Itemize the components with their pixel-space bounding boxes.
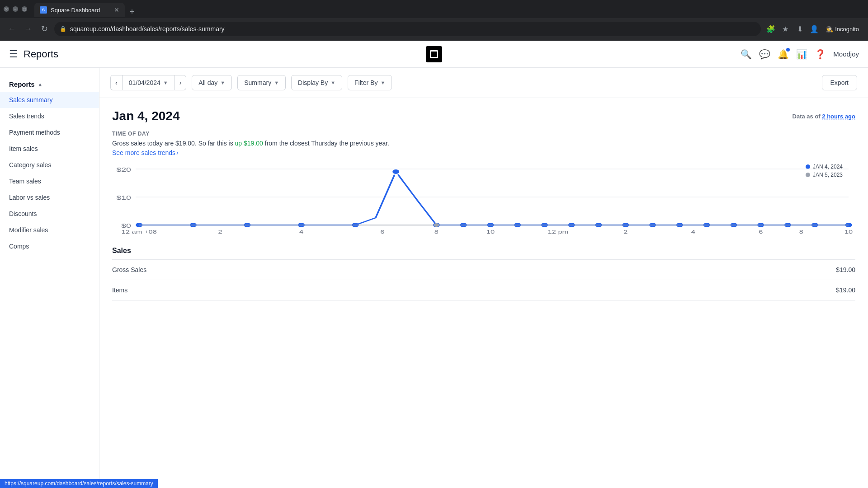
sidebar-item-comps[interactable]: Comps <box>0 238 99 254</box>
svg-text:$0: $0 <box>121 222 131 229</box>
export-button[interactable]: Export <box>822 75 857 90</box>
bookmark-button[interactable]: ★ <box>779 23 792 35</box>
user-menu-button[interactable]: Moodjoy <box>833 50 859 58</box>
see-more-trends-link[interactable]: See more sales trends › <box>112 149 179 156</box>
summary-filter-button[interactable]: Summary ▼ <box>237 75 286 90</box>
menu-button[interactable]: ☰ <box>9 48 18 60</box>
toolbar: ‹ 01/04/2024 ▼ › All day ▼ Summary ▼ Dis <box>99 68 868 98</box>
chart-desc-suffix: from the closest Thursday the previous y… <box>263 140 389 147</box>
sidebar-item-modifier-sales[interactable]: Modifier sales <box>0 222 99 238</box>
top-nav-actions: 🔍 💬 🔔 📊 ❓ Moodjoy <box>741 49 859 60</box>
notification-button[interactable]: 🔔 <box>778 49 789 60</box>
window-minimize-button[interactable]: − <box>13 6 18 12</box>
svg-text:10: 10 <box>844 229 853 235</box>
tab-close-button[interactable]: ✕ <box>114 6 119 14</box>
items-label: Items <box>112 286 127 294</box>
svg-text:6: 6 <box>380 229 384 235</box>
chevron-up-icon: ▲ <box>38 81 43 88</box>
profile-button[interactable]: 👤 <box>808 23 821 35</box>
window-close-button[interactable]: ✕ <box>4 6 9 12</box>
new-tab-button[interactable]: + <box>127 6 137 17</box>
sidebar-item-label: Category sales <box>9 161 51 169</box>
prev-date-button[interactable]: ‹ <box>110 75 122 90</box>
display-by-button[interactable]: Display By ▼ <box>291 75 342 90</box>
gross-sales-value: $19.00 <box>836 266 855 273</box>
filter-by-button[interactable]: Filter By ▼ <box>348 75 392 90</box>
page-date-row: Jan 4, 2024 Data as of 2 hours ago <box>112 109 855 123</box>
status-bar: https://squareup.com/dashboard/sales/rep… <box>0 479 158 488</box>
data-as-of: Data as of 2 hours ago <box>793 113 855 120</box>
sidebar-item-label: Payment methods <box>9 129 60 136</box>
address-bar-row: ← → ↻ 🔒 squareup.com/dashboard/sales/rep… <box>0 18 868 40</box>
window-maximize-button[interactable]: □ <box>22 6 27 12</box>
help-button[interactable]: ❓ <box>815 49 826 60</box>
svg-text:$10: $10 <box>116 194 131 201</box>
download-button[interactable]: ⬇ <box>793 23 806 35</box>
sidebar-item-label: Comps <box>9 243 29 250</box>
svg-text:4: 4 <box>299 229 303 235</box>
address-actions: 🧩 ★ ⬇ 👤 🕵️ Incognito <box>764 23 863 35</box>
notification-dot <box>786 48 790 52</box>
svg-text:8: 8 <box>799 229 803 235</box>
dashboard-button[interactable]: 📊 <box>796 49 807 60</box>
time-chevron-icon: ▼ <box>220 80 225 85</box>
svg-text:2: 2 <box>623 229 627 235</box>
tab-label: Square Dashboard <box>51 7 100 14</box>
incognito-button[interactable]: 🕵️ Incognito <box>822 24 863 34</box>
back-button[interactable]: ← <box>5 23 18 35</box>
display-by-label: Display By <box>298 79 328 86</box>
table-row: Gross Sales $19.00 <box>112 260 855 280</box>
sidebar-item-label: Sales trends <box>9 113 44 120</box>
address-text: squareup.com/dashboard/sales/reports/sal… <box>70 25 225 33</box>
sidebar-item-discounts[interactable]: Discounts <box>0 206 99 222</box>
svg-text:12 pm: 12 pm <box>548 229 569 235</box>
svg-text:10: 10 <box>486 229 495 235</box>
tab-bar: S Square Dashboard ✕ + <box>31 1 141 17</box>
date-selector[interactable]: 01/04/2024 ▼ <box>122 75 175 90</box>
display-chevron-icon: ▼ <box>330 80 335 85</box>
sidebar-item-label: Modifier sales <box>9 226 48 234</box>
incognito-icon: 🕵️ <box>826 26 833 33</box>
window-controls: ✕ − □ <box>4 6 27 12</box>
svg-text:$20: $20 <box>116 166 131 173</box>
sidebar-section-reports[interactable]: Reports ▲ <box>0 77 99 92</box>
sidebar-item-payment-methods[interactable]: Payment methods <box>0 124 99 141</box>
reload-button[interactable]: ↻ <box>38 23 51 35</box>
summary-filter-label: Summary <box>244 79 271 86</box>
sidebar-item-team-sales[interactable]: Team sales <box>0 173 99 189</box>
sidebar-item-labor-vs-sales[interactable]: Labor vs sales <box>0 189 99 206</box>
sales-section: Sales Gross Sales $19.00 Items $19.00 <box>112 247 855 300</box>
chat-button[interactable]: 💬 <box>759 49 770 60</box>
data-as-of-prefix: Data as of <box>793 113 822 120</box>
sidebar-item-category-sales[interactable]: Category sales <box>0 157 99 173</box>
sidebar-item-label: Item sales <box>9 145 38 152</box>
svg-point-28 <box>434 223 439 227</box>
square-logo <box>426 46 442 62</box>
top-navbar: ☰ Reports 🔍 💬 🔔 📊 ❓ Moodjoy <box>0 41 868 68</box>
chart-section-title: TIME OF DAY <box>112 131 855 137</box>
sidebar-item-item-sales[interactable]: Item sales <box>0 141 99 157</box>
page-date: Jan 4, 2024 <box>112 109 179 123</box>
date-navigator: ‹ 01/04/2024 ▼ › <box>110 75 186 90</box>
data-as-of-link[interactable]: 2 hours ago <box>822 113 855 120</box>
search-button[interactable]: 🔍 <box>741 49 752 60</box>
chart-up-value: up $19.00 <box>235 140 263 147</box>
filter-chevron-icon: ▼ <box>380 80 385 85</box>
address-field[interactable]: 🔒 squareup.com/dashboard/sales/reports/s… <box>54 22 761 36</box>
time-filter-label: All day <box>198 79 217 86</box>
main-content: Reports ▲ Sales summary Sales trends Pay… <box>0 68 868 488</box>
table-row: Items $19.00 <box>112 280 855 300</box>
sidebar-item-sales-summary[interactable]: Sales summary <box>0 92 99 108</box>
next-date-button[interactable]: › <box>175 75 187 90</box>
sidebar-item-sales-trends[interactable]: Sales trends <box>0 108 99 124</box>
items-value: $19.00 <box>836 286 855 294</box>
see-more-label: See more sales trends <box>112 149 175 156</box>
summary-chevron-icon: ▼ <box>274 80 279 85</box>
page-area: ‹ 01/04/2024 ▼ › All day ▼ Summary ▼ Dis <box>99 68 868 488</box>
active-tab[interactable]: S Square Dashboard ✕ <box>34 3 125 17</box>
forward-button[interactable]: → <box>22 23 34 35</box>
sidebar-item-label: Labor vs sales <box>9 194 50 201</box>
time-filter-button[interactable]: All day ▼ <box>192 75 232 90</box>
extensions-button[interactable]: 🧩 <box>764 23 777 35</box>
chart-description: Gross sales today are $19.00. So far thi… <box>112 140 855 147</box>
